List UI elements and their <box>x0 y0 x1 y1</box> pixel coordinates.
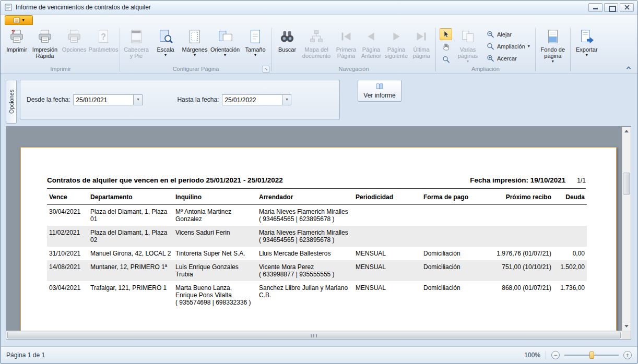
group-label-imprimir: Imprimir <box>2 66 119 72</box>
cell-inquilino: Vicens Saduri Ferin <box>173 226 257 247</box>
fondo-pagina-label: Fondo de página <box>538 46 568 59</box>
dropdown-arrow-icon: ▾ <box>286 97 288 102</box>
ver-informe-label: Ver informe <box>363 92 395 99</box>
zoom-slider-thumb[interactable] <box>589 351 594 359</box>
escala-label: Escala <box>157 46 174 53</box>
desde-fecha-dropdown-button[interactable]: ▾ <box>133 95 142 105</box>
hasta-fecha-combobox[interactable]: 25/01/2022 ▾ <box>222 94 291 105</box>
zoom-tool-button[interactable] <box>440 53 452 65</box>
ampliacion-label: Ampliación <box>497 43 525 50</box>
group-separator <box>570 28 571 71</box>
orientacion-label: Orientación <box>210 46 240 53</box>
dropdown-arrow-icon: ▾ <box>467 59 469 64</box>
vertical-scrollbar[interactable] <box>622 127 631 331</box>
cell-arrendador: Vicente Mora Perez ( 633998877 | 9355555… <box>257 260 353 281</box>
close-button[interactable] <box>620 3 634 12</box>
desde-fecha-combobox[interactable]: 25/01/2021 ▾ <box>73 94 143 105</box>
scroll-down-button[interactable] <box>622 322 631 331</box>
title-bar: Informe de vencimientos de contratos de … <box>1 1 637 15</box>
cell-deuda: 1.502,00 <box>553 260 587 281</box>
acercar-label: Acercar <box>497 55 517 62</box>
scroll-up-button[interactable] <box>622 127 631 136</box>
date-filter-panel: Desde la fecha: 25/01/2021 ▾ Hasta la fe… <box>20 80 340 119</box>
report-table: Vence Departamento Inquilino Arrendador … <box>47 189 587 309</box>
ampliacion-button[interactable]: Ampliación ▾ <box>482 40 534 52</box>
page-indicator: 1/1 <box>577 177 586 184</box>
dropdown-arrow-icon: ▾ <box>164 53 167 58</box>
ribbon: ▾ Imprimir Impresión Rápida Opciones <box>1 15 637 74</box>
exportar-label: Exportar <box>576 46 598 53</box>
acercar-button[interactable]: Acercar <box>482 52 534 64</box>
ultima-pagina-label: Última página <box>410 46 433 59</box>
ribbon-group-fondo: Fondo de página ▾ <box>536 26 570 74</box>
previous-page-icon <box>363 29 379 44</box>
group-label-ampliacion: Ampliación <box>436 66 535 72</box>
application-menu-button[interactable]: ▾ <box>5 15 33 25</box>
arrow-up-icon <box>624 130 629 132</box>
maximize-button[interactable] <box>604 3 618 12</box>
group-label-configurar-pagina: Configurar Página <box>121 66 271 72</box>
cell-forma-pago: Domiciliación <box>421 281 489 309</box>
ribbon-group-configurar-pagina: Cabecera y Pie Escala ▾ Márgenes ▾ Orien… <box>121 26 271 74</box>
horizontal-scrollbar-thumb[interactable] <box>7 332 621 338</box>
margins-icon <box>187 29 203 44</box>
vertical-scrollbar-thumb[interactable] <box>623 173 630 195</box>
cell-proximo-recibo <box>489 226 553 247</box>
horizontal-scrollbar[interactable] <box>6 331 622 339</box>
cell-periodicidad: MENSUAL <box>353 260 421 281</box>
cell-proximo-recibo: 868,00 (01/07/21) <box>489 281 553 309</box>
cell-inquilino: Luis Enrique Gonzales Trubia <box>173 260 257 281</box>
dropdown-arrow-icon: ▾ <box>528 44 530 49</box>
desde-fecha-label: Desde la fecha: <box>27 96 70 103</box>
ribbon-group-imprimir: Imprimir Impresión Rápida Opciones Parám… <box>2 26 119 74</box>
cell-inquilino: Mº Antonia Martinez Gonzalez <box>173 205 257 226</box>
application-window: Informe de vencimientos de contratos de … <box>0 0 638 364</box>
hand-tool-button[interactable] <box>440 41 452 53</box>
fondo-pagina-button[interactable]: Fondo de página ▾ <box>537 27 569 72</box>
column-header: Vence <box>47 189 88 205</box>
minimize-button[interactable] <box>588 3 602 12</box>
group-separator <box>271 28 272 71</box>
cell-vence: 11/02/2021 <box>47 226 88 247</box>
varias-paginas-label: Varias páginas <box>454 46 481 59</box>
page-background-icon <box>545 29 561 44</box>
mapa-documento-label: Mapa del documento <box>302 46 331 59</box>
dropdown-arrow-icon: ▾ <box>224 53 226 58</box>
buscar-label: Buscar <box>278 46 296 53</box>
options-panel: Opciones Desde la fecha: 25/01/2021 ▾ Ha… <box>1 74 637 126</box>
table-row: 11/02/2021 Plaza del Diamant, 1, Plaza 0… <box>47 226 587 247</box>
ver-informe-button[interactable]: Ver informe <box>358 80 401 102</box>
opciones-label: Opciones <box>62 46 86 53</box>
table-header-row: Vence Departamento Inquilino Arrendador … <box>47 189 587 205</box>
table-row: 31/10/2021 Manuel Girona, 42, LOCAL 2 Ti… <box>47 247 587 260</box>
opciones-tab[interactable]: Opciones <box>6 80 17 124</box>
cell-proximo-recibo <box>489 205 553 226</box>
zoom-slider[interactable] <box>564 351 619 359</box>
search-icon <box>279 29 295 44</box>
column-header: Forma de pago <box>421 189 489 205</box>
cell-vence: 30/04/2021 <box>47 205 88 226</box>
cell-periodicidad <box>353 205 421 226</box>
hasta-fecha-value: 25/01/2022 <box>222 95 282 105</box>
cell-proximo-recibo: 1.976,76 (01/07/21) <box>489 247 553 260</box>
arrow-down-icon <box>624 325 629 327</box>
dialog-launcher-icon[interactable]: ↘ <box>263 66 269 72</box>
collapse-ribbon-button[interactable] <box>625 65 632 71</box>
hasta-fecha-dropdown-button[interactable]: ▾ <box>282 95 291 105</box>
zoom-in-button[interactable]: + <box>623 351 632 359</box>
zoom-percent: 100% <box>524 351 540 359</box>
column-header: Periodicidad <box>353 189 421 205</box>
application-menu-icon <box>13 17 20 24</box>
report-title-row: Contratos de alquiler que vencen en el p… <box>47 176 586 189</box>
page-count-status: Página 1 de 1 <box>6 351 45 359</box>
hand-icon <box>442 43 450 51</box>
zoom-out-button[interactable]: − <box>551 351 560 359</box>
alejar-button[interactable]: Alejar <box>482 28 534 40</box>
pointer-icon <box>442 30 450 39</box>
pointer-tool-button[interactable] <box>440 28 452 40</box>
question-icon <box>96 29 111 44</box>
cell-deuda <box>553 226 587 247</box>
app-icon <box>4 3 13 11</box>
exportar-button[interactable]: Exportar ▾ <box>572 27 601 72</box>
cell-inquilino: Tintoreria Super Net S.A. <box>173 247 257 260</box>
